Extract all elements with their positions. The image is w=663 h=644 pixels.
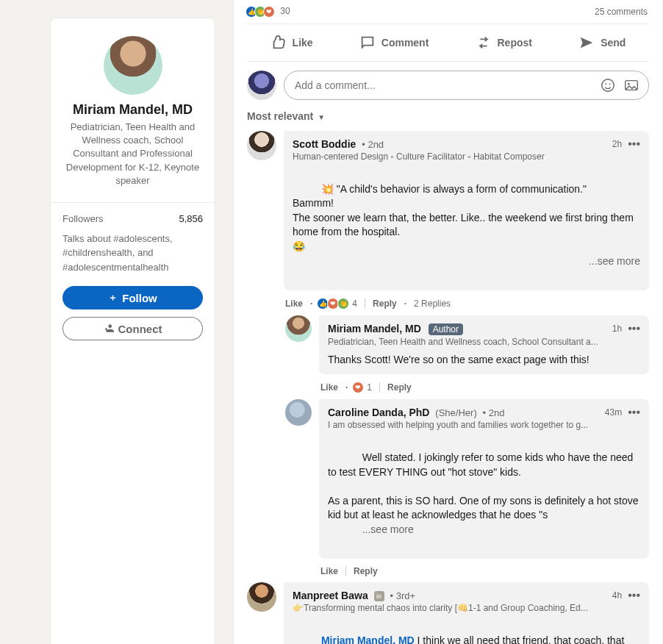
comment-input[interactable] bbox=[284, 71, 649, 100]
comment-reply[interactable]: Reply bbox=[387, 382, 412, 393]
plus-icon: ＋ bbox=[108, 291, 118, 304]
emoji-icon[interactable] bbox=[600, 77, 616, 93]
reaction-summary[interactable]: 👍 👏 ❤ 30 bbox=[248, 6, 290, 18]
comment-reply[interactable]: Reply bbox=[373, 298, 397, 309]
profile-headline: Pediatrician, Teen Health and Wellness c… bbox=[62, 121, 203, 187]
comment: Manpreet Bawa in • 3rd+ 👉Transforming me… bbox=[247, 582, 649, 644]
commenter-name[interactable]: Caroline Danda, PhD bbox=[328, 407, 429, 418]
follow-button[interactable]: ＋ Follow bbox=[62, 286, 203, 310]
commenter-name[interactable]: Miriam Mandel, MD bbox=[328, 323, 421, 334]
comment-time: 1h bbox=[612, 323, 622, 334]
mention-link[interactable]: Miriam Mandel, MD bbox=[321, 634, 415, 644]
commenter-avatar[interactable] bbox=[247, 582, 276, 612]
reply: Caroline Danda, PhD (She/Her) • 2nd I am… bbox=[285, 399, 649, 559]
comment-time: 43m bbox=[605, 407, 622, 418]
comment-button[interactable]: Comment bbox=[354, 27, 435, 58]
connection-degree: • 3rd+ bbox=[390, 590, 415, 601]
post-panel: 👍 👏 ❤ 30 25 comments Like Comment Repost bbox=[233, 0, 663, 644]
comment-text-field[interactable] bbox=[293, 79, 592, 92]
commenter-avatar[interactable] bbox=[285, 399, 312, 426]
svg-point-4 bbox=[628, 83, 630, 85]
talks-about: Talks about #adolescents, #childrensheal… bbox=[51, 232, 215, 287]
connect-button[interactable]: Connect bbox=[62, 317, 203, 340]
love-reaction-icon: ❤ bbox=[352, 382, 364, 393]
connection-degree: • 2nd bbox=[483, 407, 505, 418]
author-badge: Author bbox=[429, 323, 463, 335]
commenter-avatar[interactable] bbox=[285, 315, 312, 342]
comment-reply[interactable]: Reply bbox=[354, 566, 378, 576]
love-reaction-icon: ❤ bbox=[263, 6, 275, 18]
comment-menu-icon[interactable]: ••• bbox=[628, 138, 640, 150]
svg-point-0 bbox=[602, 79, 614, 92]
comment-count[interactable]: 25 comments bbox=[595, 7, 648, 17]
commenter-headline: I am obsessed with helping youth and fam… bbox=[328, 420, 588, 430]
thumbs-up-icon bbox=[270, 35, 287, 51]
image-icon[interactable] bbox=[623, 77, 639, 93]
repost-icon bbox=[476, 35, 492, 51]
profile-sidebar: Miriam Mandel, MD Pediatrician, Teen Hea… bbox=[50, 18, 215, 644]
followers-count: 5,856 bbox=[179, 213, 203, 224]
connection-degree: • 2nd bbox=[362, 139, 384, 150]
commenter-name[interactable]: Scott Boddie bbox=[293, 138, 356, 150]
comment-time: 2h bbox=[612, 139, 622, 149]
send-button[interactable]: Send bbox=[573, 27, 631, 58]
profile-avatar[interactable] bbox=[104, 36, 162, 95]
commenter-headline: Human-centered Design ▫ Culture Facilita… bbox=[293, 151, 545, 162]
send-icon bbox=[578, 35, 595, 51]
reply: Miriam Mandel, MD Author Pediatrician, T… bbox=[285, 315, 649, 375]
see-more[interactable]: ...see more bbox=[589, 254, 640, 269]
svg-point-1 bbox=[605, 83, 606, 85]
speech-bubble-icon bbox=[359, 35, 376, 51]
followers-label: Followers bbox=[62, 213, 104, 224]
commenter-headline: Pediatrician, Teen Health and Wellness c… bbox=[328, 337, 598, 347]
see-more[interactable]: ...see more bbox=[362, 523, 414, 535]
premium-badge-icon: in bbox=[374, 591, 384, 601]
pronoun: (She/Her) bbox=[435, 407, 476, 418]
chevron-down-icon: ▼ bbox=[318, 113, 325, 121]
svg-point-2 bbox=[609, 83, 611, 85]
commenter-name[interactable]: Manpreet Bawa bbox=[293, 590, 368, 601]
profile-name[interactable]: Miriam Mandel, MD bbox=[62, 102, 203, 118]
comment-reactions[interactable]: 👍 ❤ 👏 4 bbox=[320, 298, 357, 310]
reply-count[interactable]: 2 Replies bbox=[414, 298, 451, 309]
comment: Scott Boddie • 2nd Human-centered Design… bbox=[247, 131, 649, 290]
commenter-avatar[interactable] bbox=[247, 131, 276, 160]
comment-like[interactable]: Like bbox=[285, 298, 303, 309]
person-plus-icon bbox=[104, 323, 114, 335]
sort-dropdown[interactable]: Most relevant ▼ bbox=[247, 107, 649, 131]
comment-menu-icon[interactable]: ••• bbox=[628, 323, 640, 334]
comment-like[interactable]: Like bbox=[320, 382, 338, 393]
comment-time: 4h bbox=[612, 590, 622, 601]
self-avatar[interactable] bbox=[247, 71, 276, 100]
comment-reactions[interactable]: ❤ 1 bbox=[355, 382, 372, 393]
celebrate-reaction-icon: 👏 bbox=[337, 298, 349, 310]
comment-like[interactable]: Like bbox=[320, 566, 338, 576]
like-button[interactable]: Like bbox=[265, 27, 319, 58]
repost-button[interactable]: Repost bbox=[470, 27, 538, 58]
comment-menu-icon[interactable]: ••• bbox=[628, 407, 640, 418]
comment-menu-icon[interactable]: ••• bbox=[628, 590, 640, 601]
commenter-headline: 👉Transforming mental chaos into clarity … bbox=[293, 603, 588, 613]
